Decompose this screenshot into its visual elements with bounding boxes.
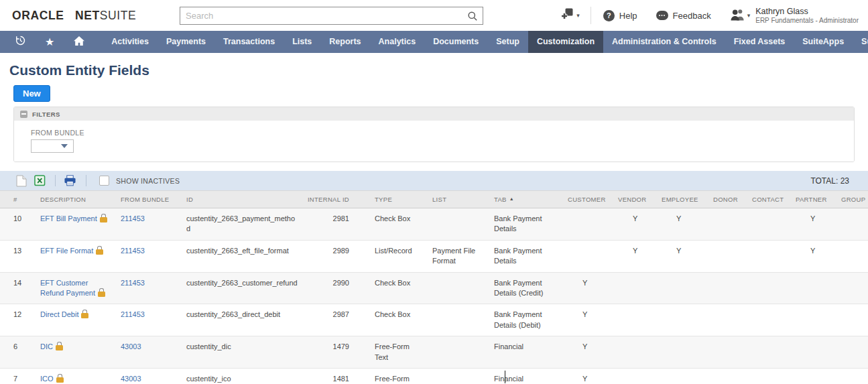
column-header-group[interactable]: GROUP (840, 191, 868, 208)
bundle-link[interactable]: 211453 (121, 214, 145, 222)
table-body: 10EFT Bill Payment211453custentity_2663_… (0, 208, 868, 384)
quick-add-menu[interactable]: ▾ (561, 7, 580, 23)
nav-item-transactions[interactable]: Transactions (214, 31, 284, 53)
bundle-link[interactable]: 211453 (121, 310, 145, 318)
nav-item-fixed-assets[interactable]: Fixed Assets (725, 31, 794, 53)
cell-tab: Bank Payment Details (Credit) (493, 272, 566, 304)
cell-from-bundle: 211453 (107, 304, 173, 336)
column-header-id[interactable]: ID (173, 191, 302, 208)
cell-id: custentity_dic (173, 336, 302, 369)
cell-from-bundle: 211453 (107, 208, 173, 241)
page-title: Custom Entity Fields (9, 62, 868, 78)
cell-list (419, 272, 493, 304)
cell-description: ICO (27, 368, 107, 384)
cell-customer: Y (566, 368, 617, 384)
print-button[interactable] (64, 175, 76, 186)
lock-icon (96, 246, 103, 255)
new-button[interactable]: New (13, 85, 50, 102)
lock-icon (98, 288, 105, 297)
column-header-from-bundle[interactable]: FROM BUNDLE (107, 191, 173, 208)
cell-partner: Y (794, 240, 840, 272)
description-link[interactable]: DIC (40, 342, 53, 350)
description-link[interactable]: ICO (40, 375, 54, 383)
shortcuts-button[interactable]: ★ (36, 31, 64, 53)
chevron-down-icon (61, 144, 68, 148)
bundle-link[interactable]: 211453 (121, 247, 145, 255)
logo-oracle-text: ORACLE (12, 9, 64, 22)
cell-vendor (617, 368, 660, 384)
filters-body: FROM BUNDLE (14, 121, 854, 162)
description-link[interactable]: EFT File Format (40, 247, 93, 255)
cell-customer (566, 240, 617, 272)
nav-item-activities[interactable]: Activities (103, 31, 158, 53)
text-cursor-artifact (505, 371, 505, 383)
nav-item-customization[interactable]: Customization (528, 31, 603, 53)
column-header-tab[interactable]: TAB▲ (493, 191, 566, 208)
cell-partner (794, 272, 840, 304)
column-header-vendor[interactable]: VENDOR (617, 191, 660, 208)
lock-icon (56, 374, 64, 383)
user-info: Kathryn Glass ERP Fundamentals - Adminis… (755, 7, 859, 24)
cell-employee: Y (660, 208, 712, 241)
column-header-partner[interactable]: PARTNER (794, 191, 840, 208)
cell-group (840, 304, 868, 336)
column-header-employee[interactable]: EMPLOYEE (660, 191, 712, 208)
cell-list (419, 368, 493, 384)
nav-menu: ActivitiesPaymentsTransactionsListsRepor… (103, 31, 868, 53)
column-header-internal-id[interactable]: INTERNAL ID (302, 191, 352, 208)
nav-item-support[interactable]: Support (853, 31, 868, 53)
bundle-link[interactable]: 211453 (121, 279, 145, 287)
cell-customer: Y (566, 272, 617, 304)
cell-donor (712, 304, 751, 336)
cell-internal-id: 1479 (302, 336, 352, 369)
cell-customer: Y (566, 336, 617, 369)
cell-donor (712, 272, 751, 304)
feedback-button[interactable]: Feedback (656, 11, 711, 21)
column-header-contact[interactable]: CONTACT (751, 191, 794, 208)
cell-donor (712, 240, 751, 272)
recent-records-button[interactable] (0, 31, 36, 53)
search-input[interactable] (180, 7, 483, 24)
description-link[interactable]: Direct Debit (40, 310, 78, 318)
table-row: 13EFT File Format211453custentity_2663_e… (0, 240, 868, 272)
export-excel-button[interactable] (34, 175, 46, 186)
user-menu[interactable]: ▾ Kathryn Glass ERP Fundamentals - Admin… (730, 7, 859, 24)
sort-asc-icon: ▲ (509, 196, 514, 201)
cell-id: custentity_2663_direct_debit (173, 304, 302, 336)
printer-icon (64, 175, 76, 186)
bundle-link[interactable]: 43003 (121, 375, 141, 383)
export-csv-button[interactable] (16, 175, 27, 187)
column-header-customer[interactable]: CUSTOMER (566, 191, 617, 208)
nav-item-payments[interactable]: Payments (158, 31, 214, 53)
collapse-icon[interactable] (20, 111, 27, 118)
cell-contact (751, 240, 794, 272)
nav-item-setup[interactable]: Setup (487, 31, 528, 53)
filters-header[interactable]: FILTERS (14, 107, 854, 121)
column-header-type[interactable]: TYPE (352, 191, 419, 208)
column-header-list[interactable]: LIST (419, 191, 493, 208)
column-header-num[interactable]: # (0, 191, 27, 208)
description-link[interactable]: EFT Customer Refund Payment (40, 279, 95, 297)
home-button[interactable] (64, 31, 95, 53)
nav-item-lists[interactable]: Lists (284, 31, 320, 53)
column-header-description[interactable]: DESCRIPTION (27, 191, 107, 208)
nav-item-reports[interactable]: Reports (320, 31, 369, 53)
search-icon[interactable] (467, 11, 478, 24)
nav-item-analytics[interactable]: Analytics (370, 31, 425, 53)
show-inactives-checkbox[interactable] (99, 176, 109, 186)
nav-item-administration-controls[interactable]: Administration & Controls (603, 31, 725, 53)
help-button[interactable]: ? Help (603, 10, 637, 21)
nav-item-suiteapps[interactable]: SuiteApps (794, 31, 853, 53)
cell-type: Check Box (352, 272, 419, 304)
cell-employee (660, 368, 712, 384)
column-header-donor[interactable]: DONOR (712, 191, 751, 208)
cell-contact (751, 368, 794, 384)
cell-contact (751, 272, 794, 304)
bundle-link[interactable]: 43003 (121, 342, 141, 350)
user-role: ERP Fundamentals - Administrator (755, 17, 859, 24)
from-bundle-select[interactable] (31, 139, 74, 153)
cell-num: 10 (0, 208, 27, 241)
description-link[interactable]: EFT Bill Payment (40, 214, 97, 222)
logo-suite-text: SUITE (100, 9, 137, 22)
nav-item-documents[interactable]: Documents (424, 31, 487, 53)
